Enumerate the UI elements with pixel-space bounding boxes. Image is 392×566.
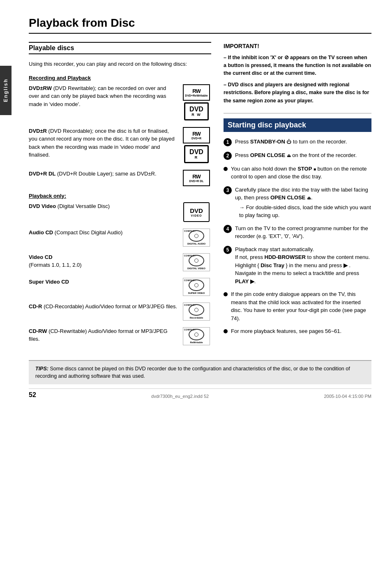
important-text1: – If the inhibit icon 'X' or appears on … bbox=[224, 53, 371, 78]
bullet-icon-stop bbox=[224, 167, 228, 171]
divider bbox=[224, 113, 371, 113]
step-text-pincode: If the pin code entry dialogue appears o… bbox=[231, 290, 371, 322]
logo-compact-video: COMPACT DIGITAL VIDEO bbox=[183, 253, 210, 271]
tips-text: Some discs cannot be played on this DVD … bbox=[35, 366, 350, 379]
step-3: 3 Carefully place the disc into the tray… bbox=[224, 186, 371, 219]
tips-bar: TIPS: Some discs cannot be played on thi… bbox=[29, 360, 371, 385]
tips-label: TIPS: bbox=[35, 366, 48, 372]
disc-name-dvdplusrdl: DVD+R DL bbox=[29, 171, 55, 177]
disc-entry-videocd: Video CD(Formats 1.0, 1.1, 2.0) COMPACT … bbox=[29, 253, 211, 271]
disc-logos-cdrw: COMPACT ReWritable bbox=[182, 327, 211, 345]
logo-rw-rewritable: RW DVD+ReWritable bbox=[183, 84, 210, 101]
page-footer: 52 dvdr7300h_eu_eng2.indd 52 2005-10-04 … bbox=[29, 388, 371, 399]
disc-text-supervideocd: Super Video CD bbox=[29, 278, 178, 286]
disc-text-dvdplusrw: DVD±RW (DVD Rewritable); can be recorded… bbox=[29, 84, 178, 109]
step-bullet-stop: You can also hold down the STOP button o… bbox=[224, 165, 371, 181]
step-text-stop: You can also hold down the STOP button o… bbox=[231, 165, 371, 181]
disc-desc-dvdplusr: (DVD Recordable); once the disc is full … bbox=[29, 128, 175, 158]
disc-text-cdr: CD-R (CD-Recordable) Audio/Video format … bbox=[29, 303, 178, 311]
disc-text-dvdplusr: DVD±R (DVD Recordable); once the disc is… bbox=[29, 127, 178, 159]
disc-entry-supervideocd: Super Video CD COMPACT SUPER VIDEO bbox=[29, 278, 211, 296]
playback-only-section: Playback only: DVD Video (Digital Versat… bbox=[29, 193, 211, 345]
step-bullet-pincode: If the pin code entry dialogue appears o… bbox=[224, 290, 371, 322]
step-1: 1 Press STANDBY-ON to turn on the record… bbox=[224, 138, 371, 146]
left-column: Playable discs Using this recorder, you … bbox=[29, 42, 211, 352]
prohibited-icon bbox=[284, 55, 289, 60]
eject-icon bbox=[287, 152, 291, 158]
step-5: 5 Playback may start automatically. If n… bbox=[224, 245, 371, 286]
bullet-icon-pincode bbox=[224, 292, 228, 296]
disc-desc-dvdplusrdl: (DVD+R Double Layer); same as DVD±R. bbox=[57, 171, 157, 177]
standby-icon bbox=[286, 139, 291, 145]
playback-only-header: Playback only: bbox=[29, 193, 211, 199]
logo-dvd-video: DVD VIDEO bbox=[183, 202, 210, 222]
stop-icon bbox=[314, 166, 316, 172]
disc-name-audiocd: Audio CD bbox=[29, 229, 53, 236]
disc-desc-videocd: (Formats 1.0, 1.1, 2.0) bbox=[29, 262, 82, 268]
steps-list: 1 Press STANDBY-ON to turn on the record… bbox=[224, 138, 371, 335]
disc-text-audiocd: Audio CD (Compact Disc Digital Audio) bbox=[29, 229, 178, 237]
bullet-icon-more bbox=[224, 329, 228, 333]
step-num-2: 2 bbox=[224, 152, 232, 160]
disc-name-dvdplusr: DVD±R bbox=[29, 128, 47, 134]
logo-dvd-r-circle: DVD R bbox=[184, 145, 209, 163]
disc-entry-cdr: CD-R (CD-Recordable) Audio/Video format … bbox=[29, 303, 211, 321]
logo-compact-rewritable: COMPACT ReWritable bbox=[183, 327, 210, 345]
starting-section-header: Starting disc playback bbox=[224, 118, 371, 132]
logo-compact-supervideo: COMPACT SUPER VIDEO bbox=[183, 278, 210, 296]
disc-name-supervideocd: Super Video CD bbox=[29, 279, 69, 285]
disc-text-videocd: Video CD(Formats 1.0, 1.1, 2.0) bbox=[29, 253, 178, 269]
disc-text-dvdvideo: DVD Video (Digital Versatile Disc) bbox=[29, 202, 178, 210]
disc-name-cdr: CD-R bbox=[29, 303, 42, 310]
right-column: IMPORTANT! – If the inhibit icon 'X' or … bbox=[224, 42, 371, 352]
disc-logos-dvdplusrdl: RW DVD+R DL bbox=[182, 170, 211, 186]
step-2: 2 Press OPEN CLOSE on the front of the r… bbox=[224, 151, 371, 160]
step-num-5: 5 bbox=[224, 246, 232, 254]
step-4: 4 Turn on the TV to the correct programm… bbox=[224, 224, 371, 240]
step-text-2: Press OPEN CLOSE on the front of the rec… bbox=[235, 151, 371, 159]
logo-rw-dvdplusr: RW DVD+R bbox=[183, 127, 210, 143]
disc-text-dvdplusrdl: DVD+R DL (DVD+R Double Layer); same as D… bbox=[29, 170, 178, 178]
page-title: Playback from Disc bbox=[29, 16, 371, 34]
step-text-1: Press STANDBY-ON to turn on the recorder… bbox=[235, 138, 371, 146]
content-area: Playable discs Using this recorder, you … bbox=[29, 42, 371, 352]
disc-entry-audiocd: Audio CD (Compact Disc Digital Audio) CO… bbox=[29, 229, 211, 247]
logo-compact-recordable: COMPACT Recordable bbox=[183, 303, 210, 321]
step-3-note: For double-sided discs, load the side wh… bbox=[235, 203, 371, 219]
step-num-3: 3 bbox=[224, 186, 232, 194]
disc-desc-audiocd: (Compact Disc Digital Audio) bbox=[55, 229, 122, 236]
recording-playback-header: Recording and Playback bbox=[29, 75, 211, 81]
step-text-5: Playback may start automatically. If not… bbox=[235, 245, 371, 286]
disc-logos-dvdvideo: DVD VIDEO bbox=[182, 202, 211, 222]
important-text2: – DVD discs and players are designed wit… bbox=[224, 81, 371, 105]
step-text-morefeatures: For more playback features, see pages 56… bbox=[231, 327, 371, 335]
disc-text-cdrw: CD-RW (CD-Rewritable) Audio/Video format… bbox=[29, 327, 178, 343]
disc-entry-dvdplusrw: DVD±RW (DVD Rewritable); can be recorded… bbox=[29, 84, 211, 120]
footer-file: dvdr7300h_eu_eng2.indd 52 bbox=[151, 394, 209, 399]
step-text-4: Turn on the TV to the correct programme … bbox=[235, 224, 371, 240]
disc-logos-dvdplusr: RW DVD+R DVD R bbox=[182, 127, 211, 163]
step-num-1: 1 bbox=[224, 138, 232, 146]
disc-logos-videocd: COMPACT DIGITAL VIDEO bbox=[182, 253, 211, 271]
disc-entry-dvdplusrdl: DVD+R DL (DVD+R Double Layer); same as D… bbox=[29, 170, 211, 186]
important-title: IMPORTANT! bbox=[224, 42, 371, 51]
disc-desc-dvdvideo: (Digital Versatile Disc) bbox=[58, 203, 110, 209]
disc-entry-cdrw: CD-RW (CD-Rewritable) Audio/Video format… bbox=[29, 327, 211, 345]
disc-logos-supervideocd: COMPACT SUPER VIDEO bbox=[182, 278, 211, 296]
important-box: IMPORTANT! – If the inhibit icon 'X' or … bbox=[224, 42, 371, 105]
step-bullet-morefeatures: For more playback features, see pages 56… bbox=[224, 327, 371, 335]
disc-name-cdrw: CD-RW bbox=[29, 328, 47, 334]
logo-compact-audio: COMPACT DIGITAL AUDIO bbox=[183, 229, 210, 247]
disc-name-videocd: Video CD bbox=[29, 254, 53, 260]
disc-desc-cdrw: (CD-Rewritable) Audio/Video format or MP… bbox=[29, 328, 168, 342]
disc-logos-cdr: COMPACT Recordable bbox=[182, 303, 211, 321]
page: English Playback from Disc Playable disc… bbox=[0, 0, 392, 566]
disc-logos-audiocd: COMPACT DIGITAL AUDIO bbox=[182, 229, 211, 247]
disc-desc-cdr: (CD-Recordable) Audio/Video format or MP… bbox=[44, 303, 177, 310]
step-num-4: 4 bbox=[224, 225, 232, 233]
side-tab: English bbox=[0, 66, 12, 115]
footer-date: 2005-10-04 4:15:00 PM bbox=[324, 394, 371, 399]
disc-name-dvdvideo: DVD Video bbox=[29, 203, 56, 209]
step-text-3: Carefully place the disc into the tray w… bbox=[235, 186, 371, 219]
page-number: 52 bbox=[29, 391, 36, 399]
